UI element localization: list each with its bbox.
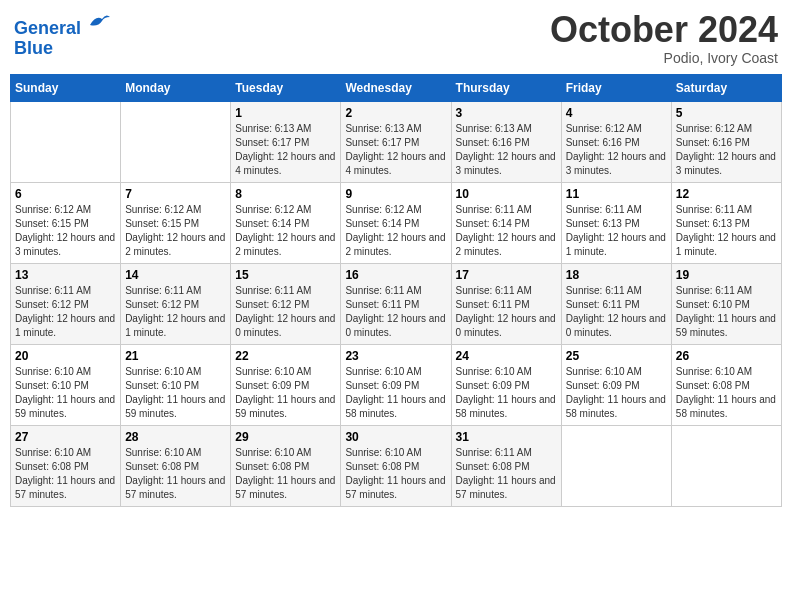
day-info: Sunrise: 6:13 AM Sunset: 6:16 PM Dayligh… xyxy=(456,122,557,178)
calendar-cell: 3Sunrise: 6:13 AM Sunset: 6:16 PM Daylig… xyxy=(451,101,561,182)
column-header-wednesday: Wednesday xyxy=(341,74,451,101)
day-info: Sunrise: 6:11 AM Sunset: 6:13 PM Dayligh… xyxy=(676,203,777,259)
day-number: 15 xyxy=(235,268,336,282)
day-info: Sunrise: 6:10 AM Sunset: 6:08 PM Dayligh… xyxy=(345,446,446,502)
day-number: 21 xyxy=(125,349,226,363)
day-number: 20 xyxy=(15,349,116,363)
day-number: 1 xyxy=(235,106,336,120)
column-header-saturday: Saturday xyxy=(671,74,781,101)
week-row-4: 20Sunrise: 6:10 AM Sunset: 6:10 PM Dayli… xyxy=(11,344,782,425)
day-info: Sunrise: 6:12 AM Sunset: 6:15 PM Dayligh… xyxy=(125,203,226,259)
column-header-sunday: Sunday xyxy=(11,74,121,101)
day-info: Sunrise: 6:10 AM Sunset: 6:09 PM Dayligh… xyxy=(235,365,336,421)
calendar-cell: 19Sunrise: 6:11 AM Sunset: 6:10 PM Dayli… xyxy=(671,263,781,344)
week-row-3: 13Sunrise: 6:11 AM Sunset: 6:12 PM Dayli… xyxy=(11,263,782,344)
week-row-1: 1Sunrise: 6:13 AM Sunset: 6:17 PM Daylig… xyxy=(11,101,782,182)
title-area: October 2024 Podio, Ivory Coast xyxy=(550,10,778,66)
calendar-cell xyxy=(671,425,781,506)
day-number: 2 xyxy=(345,106,446,120)
day-number: 5 xyxy=(676,106,777,120)
calendar-cell: 5Sunrise: 6:12 AM Sunset: 6:16 PM Daylig… xyxy=(671,101,781,182)
column-header-friday: Friday xyxy=(561,74,671,101)
calendar-cell: 31Sunrise: 6:11 AM Sunset: 6:08 PM Dayli… xyxy=(451,425,561,506)
calendar-cell: 15Sunrise: 6:11 AM Sunset: 6:12 PM Dayli… xyxy=(231,263,341,344)
calendar-cell: 28Sunrise: 6:10 AM Sunset: 6:08 PM Dayli… xyxy=(121,425,231,506)
day-info: Sunrise: 6:11 AM Sunset: 6:12 PM Dayligh… xyxy=(235,284,336,340)
calendar-cell: 1Sunrise: 6:13 AM Sunset: 6:17 PM Daylig… xyxy=(231,101,341,182)
calendar-cell: 22Sunrise: 6:10 AM Sunset: 6:09 PM Dayli… xyxy=(231,344,341,425)
day-number: 24 xyxy=(456,349,557,363)
day-number: 19 xyxy=(676,268,777,282)
day-number: 23 xyxy=(345,349,446,363)
calendar-cell: 4Sunrise: 6:12 AM Sunset: 6:16 PM Daylig… xyxy=(561,101,671,182)
day-number: 18 xyxy=(566,268,667,282)
calendar-cell: 12Sunrise: 6:11 AM Sunset: 6:13 PM Dayli… xyxy=(671,182,781,263)
day-number: 27 xyxy=(15,430,116,444)
day-info: Sunrise: 6:10 AM Sunset: 6:08 PM Dayligh… xyxy=(15,446,116,502)
calendar-cell: 30Sunrise: 6:10 AM Sunset: 6:08 PM Dayli… xyxy=(341,425,451,506)
calendar-cell: 26Sunrise: 6:10 AM Sunset: 6:08 PM Dayli… xyxy=(671,344,781,425)
calendar-cell: 16Sunrise: 6:11 AM Sunset: 6:11 PM Dayli… xyxy=(341,263,451,344)
day-info: Sunrise: 6:12 AM Sunset: 6:15 PM Dayligh… xyxy=(15,203,116,259)
day-info: Sunrise: 6:10 AM Sunset: 6:09 PM Dayligh… xyxy=(345,365,446,421)
day-number: 22 xyxy=(235,349,336,363)
calendar-cell: 2Sunrise: 6:13 AM Sunset: 6:17 PM Daylig… xyxy=(341,101,451,182)
day-info: Sunrise: 6:13 AM Sunset: 6:17 PM Dayligh… xyxy=(235,122,336,178)
calendar-cell: 13Sunrise: 6:11 AM Sunset: 6:12 PM Dayli… xyxy=(11,263,121,344)
day-info: Sunrise: 6:10 AM Sunset: 6:10 PM Dayligh… xyxy=(15,365,116,421)
logo-text: General xyxy=(14,10,112,39)
week-row-2: 6Sunrise: 6:12 AM Sunset: 6:15 PM Daylig… xyxy=(11,182,782,263)
calendar-cell: 23Sunrise: 6:10 AM Sunset: 6:09 PM Dayli… xyxy=(341,344,451,425)
day-info: Sunrise: 6:13 AM Sunset: 6:17 PM Dayligh… xyxy=(345,122,446,178)
day-number: 30 xyxy=(345,430,446,444)
day-number: 8 xyxy=(235,187,336,201)
calendar-table: SundayMondayTuesdayWednesdayThursdayFrid… xyxy=(10,74,782,507)
header-row: SundayMondayTuesdayWednesdayThursdayFrid… xyxy=(11,74,782,101)
day-number: 26 xyxy=(676,349,777,363)
calendar-cell: 17Sunrise: 6:11 AM Sunset: 6:11 PM Dayli… xyxy=(451,263,561,344)
day-info: Sunrise: 6:12 AM Sunset: 6:14 PM Dayligh… xyxy=(345,203,446,259)
calendar-cell: 10Sunrise: 6:11 AM Sunset: 6:14 PM Dayli… xyxy=(451,182,561,263)
day-info: Sunrise: 6:11 AM Sunset: 6:11 PM Dayligh… xyxy=(345,284,446,340)
day-info: Sunrise: 6:12 AM Sunset: 6:16 PM Dayligh… xyxy=(676,122,777,178)
day-number: 17 xyxy=(456,268,557,282)
logo-bird-icon xyxy=(88,10,112,34)
day-info: Sunrise: 6:11 AM Sunset: 6:13 PM Dayligh… xyxy=(566,203,667,259)
calendar-cell: 11Sunrise: 6:11 AM Sunset: 6:13 PM Dayli… xyxy=(561,182,671,263)
day-info: Sunrise: 6:11 AM Sunset: 6:12 PM Dayligh… xyxy=(125,284,226,340)
calendar-cell xyxy=(561,425,671,506)
day-info: Sunrise: 6:10 AM Sunset: 6:08 PM Dayligh… xyxy=(125,446,226,502)
calendar-cell: 24Sunrise: 6:10 AM Sunset: 6:09 PM Dayli… xyxy=(451,344,561,425)
day-info: Sunrise: 6:10 AM Sunset: 6:09 PM Dayligh… xyxy=(566,365,667,421)
column-header-thursday: Thursday xyxy=(451,74,561,101)
day-number: 4 xyxy=(566,106,667,120)
calendar-cell: 18Sunrise: 6:11 AM Sunset: 6:11 PM Dayli… xyxy=(561,263,671,344)
page-header: General Blue October 2024 Podio, Ivory C… xyxy=(10,10,782,66)
day-info: Sunrise: 6:12 AM Sunset: 6:16 PM Dayligh… xyxy=(566,122,667,178)
day-number: 12 xyxy=(676,187,777,201)
calendar-cell: 29Sunrise: 6:10 AM Sunset: 6:08 PM Dayli… xyxy=(231,425,341,506)
day-number: 13 xyxy=(15,268,116,282)
day-number: 16 xyxy=(345,268,446,282)
day-info: Sunrise: 6:10 AM Sunset: 6:10 PM Dayligh… xyxy=(125,365,226,421)
day-info: Sunrise: 6:11 AM Sunset: 6:08 PM Dayligh… xyxy=(456,446,557,502)
calendar-cell xyxy=(11,101,121,182)
day-info: Sunrise: 6:10 AM Sunset: 6:08 PM Dayligh… xyxy=(235,446,336,502)
day-info: Sunrise: 6:11 AM Sunset: 6:12 PM Dayligh… xyxy=(15,284,116,340)
calendar-cell: 9Sunrise: 6:12 AM Sunset: 6:14 PM Daylig… xyxy=(341,182,451,263)
calendar-cell: 25Sunrise: 6:10 AM Sunset: 6:09 PM Dayli… xyxy=(561,344,671,425)
day-number: 25 xyxy=(566,349,667,363)
calendar-cell: 27Sunrise: 6:10 AM Sunset: 6:08 PM Dayli… xyxy=(11,425,121,506)
day-info: Sunrise: 6:10 AM Sunset: 6:09 PM Dayligh… xyxy=(456,365,557,421)
calendar-cell: 6Sunrise: 6:12 AM Sunset: 6:15 PM Daylig… xyxy=(11,182,121,263)
month-title: October 2024 xyxy=(550,10,778,50)
day-info: Sunrise: 6:11 AM Sunset: 6:11 PM Dayligh… xyxy=(456,284,557,340)
column-header-tuesday: Tuesday xyxy=(231,74,341,101)
calendar-cell: 20Sunrise: 6:10 AM Sunset: 6:10 PM Dayli… xyxy=(11,344,121,425)
location: Podio, Ivory Coast xyxy=(550,50,778,66)
day-number: 3 xyxy=(456,106,557,120)
day-info: Sunrise: 6:11 AM Sunset: 6:11 PM Dayligh… xyxy=(566,284,667,340)
calendar-cell: 7Sunrise: 6:12 AM Sunset: 6:15 PM Daylig… xyxy=(121,182,231,263)
calendar-cell: 8Sunrise: 6:12 AM Sunset: 6:14 PM Daylig… xyxy=(231,182,341,263)
day-number: 6 xyxy=(15,187,116,201)
